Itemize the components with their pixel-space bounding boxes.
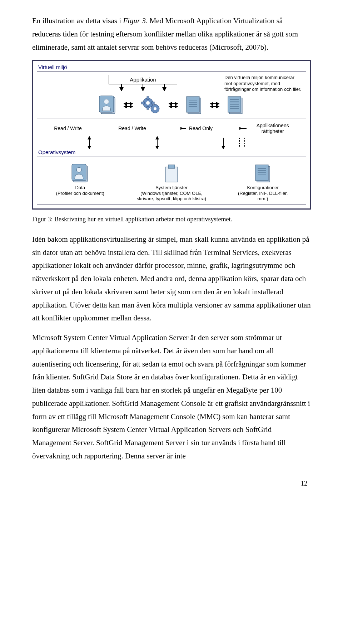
- operating-system-box: Data (Profiler och dokument) System tjän…: [37, 157, 306, 205]
- document-page: En illustration av detta visas i Figur 3…: [0, 0, 343, 498]
- user-icon: [99, 95, 116, 115]
- para1-text-a: En illustration av detta visas i: [32, 16, 123, 25]
- figure-3-diagram: Virtuell miljö Applikation Den virtuella…: [32, 60, 311, 210]
- middle-labels-row: Read / Write Read / Write Read Only Appl…: [37, 121, 306, 136]
- os-config-title: Konfigurationer: [233, 185, 293, 191]
- document-icon: [185, 95, 203, 115]
- page-number: 12: [32, 469, 311, 487]
- svg-point-43: [76, 167, 81, 172]
- clipboard-icon: [163, 163, 180, 183]
- paragraph-2: Idén bakom applikationsvirtualisering är…: [32, 233, 311, 325]
- double-arrow-icon: [169, 102, 178, 109]
- svg-rect-12: [141, 102, 144, 104]
- svg-rect-44: [165, 167, 178, 182]
- operativsystem-label: Operativsystem: [38, 149, 306, 155]
- virtual-env-description: Den virtuella miljön kommunicerar mot op…: [224, 75, 303, 92]
- virtuell-miljo-label: Virtuell miljö: [38, 64, 306, 70]
- gears-icon: [140, 95, 161, 115]
- svg-point-5: [104, 99, 109, 104]
- os-services-item: System tjänster (Windows tjänster, COM O…: [136, 163, 207, 202]
- read-write-label-1: Read / Write: [46, 126, 89, 131]
- os-config-item: Konfigurationer (Register, INI-, DLL-fil…: [233, 163, 293, 202]
- down-arrows-icon: [107, 84, 179, 91]
- double-arrow-icon: [124, 102, 133, 109]
- svg-rect-45: [168, 165, 175, 168]
- applikation-box: Applikation: [109, 75, 177, 84]
- os-data-title: Data: [50, 185, 110, 191]
- svg-rect-13: [151, 102, 154, 104]
- svg-point-15: [154, 107, 156, 110]
- os-services-title: System tjänster: [136, 185, 207, 191]
- svg-point-9: [146, 101, 150, 105]
- os-config-sub: (Register, INI-, DLL-filer, mm.): [233, 191, 293, 202]
- user-icon: [71, 163, 89, 183]
- paragraph-1: En illustration av detta visas i Figur 3…: [32, 14, 311, 54]
- connector-arrows-icon: [46, 136, 297, 149]
- os-services-sub: (Windows tjänster, COM OLE, skrivare, ty…: [136, 191, 207, 202]
- os-data-item: Data (Profiler och dokument): [50, 163, 110, 196]
- figure-3-caption: Figur 3: Beskrivning hur en virtuell app…: [32, 215, 311, 224]
- read-only-label: Read Only: [189, 126, 213, 131]
- app-rights-label: Applikationens rättigheter: [249, 123, 297, 134]
- svg-rect-11: [147, 107, 149, 109]
- arrow-left-icon: [239, 126, 247, 131]
- svg-rect-27: [228, 97, 241, 112]
- read-write-label-2: Read / Write: [111, 126, 154, 131]
- os-data-sub: (Profiler och dokument): [50, 191, 110, 196]
- double-arrow-icon: [210, 102, 219, 109]
- document-icon: [254, 163, 272, 183]
- document-icon: [227, 95, 244, 115]
- arrow-left-icon: [180, 126, 187, 131]
- paragraph-3: Microsoft System Center Virtual Applicat…: [32, 331, 311, 463]
- svg-rect-10: [147, 97, 149, 99]
- virtual-environment-box: Applikation Den virtuella miljön kommuni…: [37, 72, 306, 118]
- para1-figure-ref: Figur 3: [123, 16, 146, 25]
